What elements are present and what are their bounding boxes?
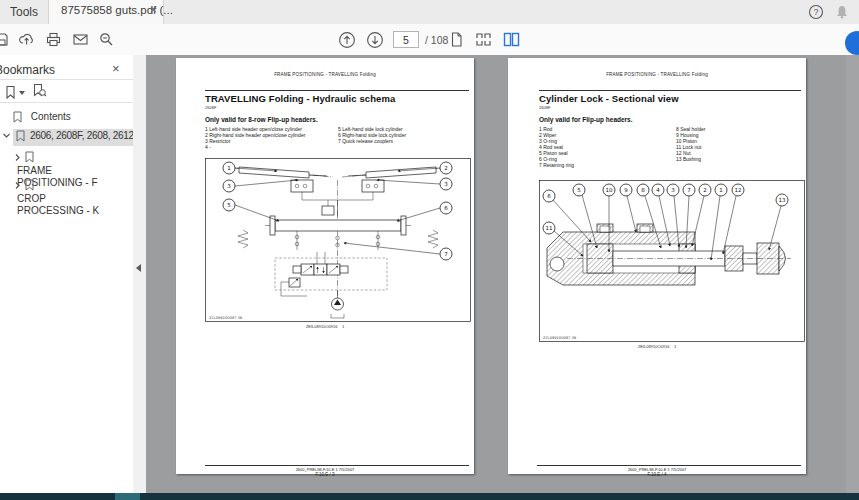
bookmark-item-models[interactable]: 2606, 2608F, 2608, 2612: [2, 129, 133, 146]
header-rule: [539, 90, 801, 91]
figure-code: ZCL08910O087 3B: [543, 336, 577, 340]
single-page-view-icon[interactable]: [448, 31, 465, 48]
bookmark-icon: [15, 130, 26, 144]
callout-12: 12: [723, 184, 744, 254]
footer-rule: [205, 465, 469, 466]
chevron-down-icon[interactable]: [2, 131, 11, 140]
search-icon[interactable]: [98, 31, 115, 48]
page-number-input[interactable]: [393, 31, 419, 48]
main-toolbar: / 108: [0, 24, 859, 56]
save-icon[interactable]: [0, 31, 10, 48]
page-left: FRAME POSITIONING - TRAVELLING Folding T…: [176, 58, 474, 474]
svg-text:5: 5: [577, 187, 581, 193]
divider: [0, 79, 133, 80]
two-page-view-icon[interactable]: [502, 31, 519, 48]
close-bookmarks-icon[interactable]: ×: [112, 61, 120, 76]
page-right: FRAME POSITIONING - TRAVELLING Folding C…: [508, 58, 806, 474]
page-count-label: / 108: [425, 34, 448, 46]
next-page-icon[interactable]: [366, 31, 383, 48]
svg-text:6: 6: [444, 205, 448, 211]
page-scrolling-icon[interactable]: [474, 31, 491, 48]
bookmark-item-crop-processing[interactable]: CROP PROCESSING - K: [13, 179, 133, 217]
bookmark-label: 2606, 2608F, 2608, 2612: [30, 130, 133, 142]
svg-text:12: 12: [735, 187, 742, 193]
callout-7: 7: [344, 243, 452, 260]
callout-1: 1: [711, 184, 727, 260]
bookmark-icon: [24, 151, 35, 165]
legend-item: 7 Retaining ring: [539, 162, 574, 168]
svg-text:9: 9: [624, 187, 628, 193]
legend-column-1: 1 Left-hand side header open/close cylin…: [205, 126, 305, 150]
bookmark-item-contents[interactable]: Contents: [12, 111, 71, 125]
sidebar-collapse-handle[interactable]: [133, 55, 146, 493]
help-icon[interactable]: ?: [808, 4, 824, 20]
figure-code: ZCL08910O087 3B: [209, 316, 243, 320]
chevron-right-icon[interactable]: [13, 153, 22, 162]
schema-drawing: [233, 167, 443, 318]
tab-tools[interactable]: Tools: [0, 0, 48, 24]
svg-text:5: 5: [227, 202, 231, 208]
running-header: FRAME POSITIONING - TRAVELLING Folding: [176, 72, 474, 77]
vertical-scrollbar[interactable]: [846, 55, 859, 493]
footer-page-number: F.10.E / 4: [508, 472, 806, 477]
divider: [0, 102, 133, 103]
bookmark-options-icon[interactable]: [4, 83, 28, 99]
header-rule: [205, 90, 469, 91]
chevron-right-icon[interactable]: [13, 181, 22, 190]
callout-13: 13: [769, 194, 788, 250]
legend-item: 7 Quick release couplers: [338, 138, 406, 144]
legend-item: 13 Bushing: [676, 156, 705, 162]
page-title: TRAVELLING Folding - Hydraulic schema: [205, 93, 395, 104]
previous-page-icon[interactable]: [338, 31, 355, 48]
legend-column-2: 5 Left-hand side lock cylinder 6 Right-h…: [338, 126, 406, 144]
footer-rule: [537, 465, 801, 466]
svg-text:3: 3: [444, 181, 448, 187]
taskbar-highlight-segment: [115, 493, 140, 500]
bookmark-icon: [12, 111, 23, 125]
callout-9: 9: [620, 184, 636, 232]
notifications-bell-icon[interactable]: [834, 4, 850, 20]
svg-text:1: 1: [227, 165, 231, 171]
page-subtitle: Only valid for 8-row Flip-up headers.: [205, 116, 318, 123]
legend-item: 4 -: [205, 144, 305, 150]
document-area: FRAME POSITIONING - TRAVELLING Folding T…: [146, 55, 846, 493]
svg-text:2: 2: [703, 187, 707, 193]
upload-cloud-icon[interactable]: [18, 31, 35, 48]
svg-text:7: 7: [444, 251, 448, 257]
callout-5: 5: [223, 199, 279, 221]
svg-text:8: 8: [641, 187, 645, 193]
page-subtitle: Only valid for Flip-up headers.: [539, 116, 633, 123]
svg-text:?: ?: [813, 7, 818, 17]
tab-document[interactable]: 87575858 guts.pdf (... ×: [48, 0, 164, 24]
taskbar-edge: [0, 493, 859, 500]
svg-text:3: 3: [227, 183, 231, 189]
find-current-bookmark-icon[interactable]: [32, 83, 50, 99]
sectional-drawing: [547, 224, 791, 285]
selected-bookmark-highlight: 2606, 2608F, 2608, 2612: [13, 129, 133, 146]
email-icon[interactable]: [72, 31, 89, 48]
svg-text:3: 3: [671, 187, 675, 193]
footer-page-number: F.10.E / 3: [176, 472, 474, 477]
legend-column-2: 8 Seal holder 9 Housing 10 Piston 11 Loc…: [676, 126, 705, 162]
legend-column-1: 1 Rod 2 Wiper 3 O-ring 4 Rod seal 5 Pist…: [539, 126, 574, 168]
collapse-arrow-icon: [136, 264, 141, 272]
svg-text:11: 11: [546, 225, 553, 231]
hydraulic-schema-figure: 1 2 3 3 5 6 7 ZCL08910O087 3B: [205, 158, 471, 322]
bookmarks-panel: Bookmarks × Contents 2606, 2608F, 2608, …: [0, 55, 133, 493]
svg-text:7: 7: [687, 187, 691, 193]
page-title: Cylinder Lock - Sectional view: [539, 93, 679, 104]
figure-caption: ZEIL08910O0916 1: [176, 324, 474, 329]
figure-caption: ZEIL08910O0916 1: [508, 344, 806, 349]
callout-3-right: 3: [377, 178, 452, 190]
svg-text:13: 13: [779, 197, 786, 203]
print-icon[interactable]: [45, 31, 62, 48]
close-tab-icon[interactable]: ×: [150, 3, 157, 17]
bookmark-icon: [24, 179, 35, 193]
svg-text:2: 2: [444, 165, 448, 171]
svg-text:10: 10: [606, 187, 613, 193]
model-code: 2608F: [205, 105, 216, 110]
svg-text:6: 6: [547, 193, 551, 199]
running-header: FRAME POSITIONING - TRAVELLING Folding: [508, 72, 806, 77]
svg-text:4: 4: [656, 187, 660, 193]
tab-bar: Tools 87575858 guts.pdf (... × ?: [0, 0, 859, 25]
